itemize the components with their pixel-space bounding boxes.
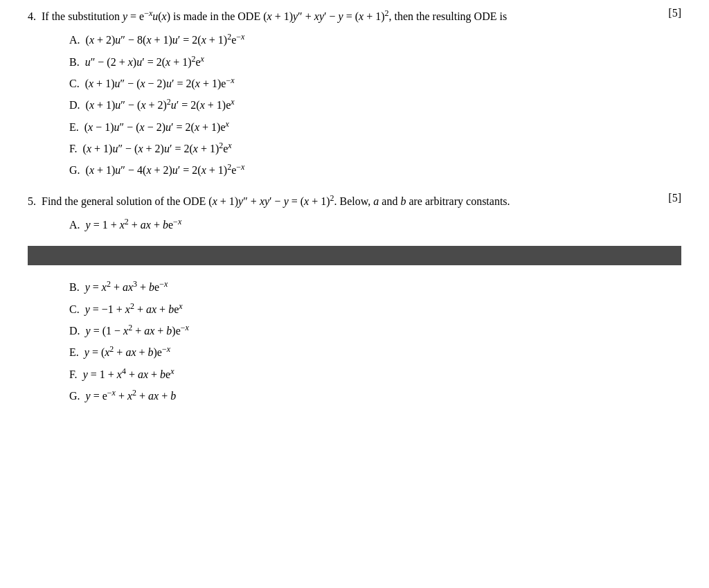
question-4-option-g: G. (x + 1)u″ − 4(x + 2)u′ = 2(x + 1)2e−x bbox=[69, 161, 681, 179]
question-4-option-d: D. (x + 1)u″ − (x + 2)2u′ = 2(x + 1)ex bbox=[69, 96, 681, 114]
question-5-option-a: A. y = 1 + x2 + ax + be−x bbox=[69, 215, 681, 233]
question-4-points: [5] bbox=[668, 7, 681, 19]
question-4: 4. If the substitution y = e−xu(x) is ma… bbox=[28, 7, 681, 179]
question-4-option-a: A. (x + 2)u″ − 8(x + 1)u′ = 2(x + 1)2e−x bbox=[69, 30, 681, 48]
question-5-option-c: C. y = −1 + x2 + ax + bex bbox=[69, 300, 681, 318]
question-5-option-g: G. y = e−x + x2 + ax + b bbox=[69, 386, 681, 404]
question-5-options-bottom: B. y = x2 + ax3 + be−x C. y = −1 + x2 + … bbox=[69, 278, 681, 404]
question-4-header: 4. If the substitution y = e−xu(x) is ma… bbox=[28, 7, 681, 25]
question-5-option-f: F. y = 1 + x4 + ax + bex bbox=[69, 365, 681, 383]
question-5-header: 5. Find the general solution of the ODE … bbox=[28, 192, 681, 210]
question-4-option-c: C. (x + 1)u″ − (x − 2)u′ = 2(x + 1)e−x bbox=[69, 74, 681, 92]
question-4-text: 4. If the substitution y = e−xu(x) is ma… bbox=[28, 7, 654, 25]
page-content: 4. If the substitution y = e−xu(x) is ma… bbox=[0, 0, 709, 422]
question-5-option-e: E. y = (x2 + ax + b)e−x bbox=[69, 343, 681, 361]
question-4-options: A. (x + 2)u″ − 8(x + 1)u′ = 2(x + 1)2e−x… bbox=[69, 30, 681, 179]
question-5-text: 5. Find the general solution of the ODE … bbox=[28, 192, 654, 210]
question-5-options-top: A. y = 1 + x2 + ax + be−x bbox=[69, 215, 681, 233]
question-5-number: 5. bbox=[28, 195, 39, 207]
question-5: 5. Find the general solution of the ODE … bbox=[28, 192, 681, 234]
question-5-option-d: D. y = (1 − x2 + ax + b)e−x bbox=[69, 321, 681, 339]
question-4-option-e: E. (x − 1)u″ − (x − 2)u′ = 2(x + 1)ex bbox=[69, 118, 681, 136]
question-4-option-f: F. (x + 1)u″ − (x + 2)u′ = 2(x + 1)2ex bbox=[69, 139, 681, 157]
question-5-option-b: B. y = x2 + ax3 + be−x bbox=[69, 278, 681, 296]
question-4-option-b: B. u″ − (2 + x)u′ = 2(x + 1)2ex bbox=[69, 53, 681, 71]
dark-separator-bar bbox=[28, 246, 681, 265]
question-4-number: 4. bbox=[28, 10, 39, 22]
question-5-points: [5] bbox=[668, 192, 681, 204]
